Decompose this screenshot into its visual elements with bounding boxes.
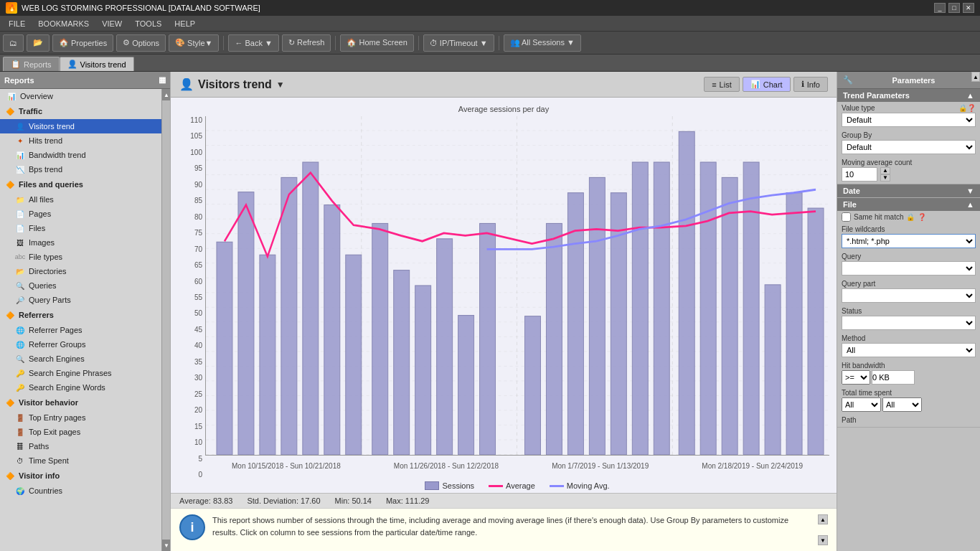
bar-3[interactable] (260, 255, 275, 455)
bar-2[interactable] (238, 192, 254, 455)
minimize-button[interactable]: _ (934, 3, 946, 13)
sidebar-item-hits-trend[interactable]: ✦ Hits trend (0, 133, 170, 148)
sidebar-item-overview[interactable]: 📊 Overview (0, 89, 170, 103)
bar-8[interactable] (372, 223, 388, 455)
bar-10[interactable] (415, 286, 431, 455)
menu-view[interactable]: VIEW (96, 18, 128, 29)
sidebar-item-bandwidth-trend[interactable]: 📊 Bandwidth trend (0, 148, 170, 162)
toolbar-new[interactable]: 🗂 (3, 34, 24, 52)
tab-visitors-trend[interactable]: 👤 Visitors trend (60, 57, 134, 71)
sidebar-item-file-types[interactable]: abc File types (0, 250, 170, 264)
bar-27[interactable] (808, 208, 824, 455)
close-button[interactable]: ✕ (963, 3, 974, 13)
menu-help[interactable]: HELP (169, 18, 201, 29)
bar-22[interactable] (700, 162, 716, 455)
sidebar-item-query-parts[interactable]: 🔎 Query Parts (0, 293, 170, 307)
bar-14[interactable] (524, 316, 540, 455)
sidebar-item-search-engine-words[interactable]: 🔑 Search Engine Words (0, 380, 170, 395)
sidebar-item-images[interactable]: 🖼 Images (0, 235, 170, 250)
bar-1[interactable] (217, 242, 232, 455)
sidebar-item-queries[interactable]: 🔍 Queries (0, 278, 170, 293)
bar-19[interactable] (632, 162, 648, 455)
chart-button[interactable]: 📊 Chart (743, 77, 791, 92)
params-date-collapse[interactable]: ▼ (966, 187, 974, 195)
scroll-up-btn[interactable]: ▲ (162, 89, 170, 100)
toolbar-refresh[interactable]: ↻ Refresh (282, 34, 331, 52)
params-file-collapse[interactable]: ▲ (966, 200, 974, 209)
toolbar-open[interactable]: 📂 (27, 34, 50, 52)
toolbar-sessions[interactable]: 👥 All Sessions ▼ (504, 34, 581, 52)
sidebar-item-files[interactable]: 📄 Files (0, 221, 170, 235)
restore-button[interactable]: □ (948, 3, 960, 13)
params-scrollbar[interactable]: ▲ (971, 72, 980, 82)
sidebar-scrollbar[interactable]: ▲ ▼ (161, 89, 170, 551)
bar-24[interactable] (743, 162, 759, 455)
file-wildcards-select[interactable]: *.html; *.php (842, 234, 976, 248)
moving-avg-input[interactable] (842, 167, 877, 182)
value-type-select[interactable]: Default (842, 113, 976, 127)
bar-12[interactable] (458, 316, 474, 455)
tab-reports[interactable]: 📋 Reports (3, 57, 60, 71)
status-select[interactable] (842, 316, 976, 330)
content-title-dropdown[interactable]: ▼ (276, 80, 285, 90)
sidebar-item-directories[interactable]: 📂 Directories (0, 264, 170, 278)
sidebar-item-referrer-groups[interactable]: 🌐 Referrer Groups (0, 337, 170, 352)
bar-7[interactable] (346, 255, 362, 455)
chart-plot-area[interactable] (205, 116, 829, 456)
sidebar-item-visitors-trend[interactable]: 👤 Visitors trend (0, 119, 170, 133)
bar-26[interactable] (786, 193, 802, 455)
menu-tools[interactable]: TOOLS (129, 18, 167, 29)
bar-18[interactable] (611, 193, 626, 455)
method-select[interactable]: All (842, 343, 976, 357)
bar-17[interactable] (589, 177, 605, 455)
info-scroll-up[interactable]: ▲ (818, 514, 828, 524)
toolbar-home[interactable]: 🏠 Home Screen (340, 34, 413, 52)
spinner-down[interactable]: ▼ (880, 174, 890, 182)
info-button[interactable]: ℹ Info (793, 77, 828, 92)
bar-21[interactable] (679, 131, 694, 455)
sidebar-content[interactable]: ▲ ▼ 📊 Overview 🔶 Traffic 👤 Visitors tren… (0, 89, 170, 551)
query-select[interactable] (842, 261, 976, 276)
bar-25[interactable] (765, 285, 781, 455)
toolbar-back[interactable]: ← Back ▼ (228, 34, 278, 52)
sidebar-item-top-entry-pages[interactable]: 🚪 Top Entry pages (0, 410, 170, 425)
same-hit-checkbox[interactable] (842, 212, 851, 222)
toolbar-properties[interactable]: 🏠 Properties (52, 34, 113, 52)
sidebar-item-search-engines[interactable]: 🔍 Search Engines (0, 352, 170, 366)
bar-9[interactable] (394, 270, 410, 455)
query-part-select[interactable] (842, 288, 976, 303)
bar-13[interactable] (480, 223, 496, 455)
scroll-down-btn[interactable]: ▼ (162, 540, 170, 551)
spinner-up[interactable]: ▲ (880, 167, 890, 174)
bar-23[interactable] (722, 177, 738, 455)
sidebar-item-top-exit-pages[interactable]: 🚪 Top Exit pages (0, 425, 170, 439)
sidebar-item-bps-trend[interactable]: 📉 Bps trend (0, 162, 170, 176)
menu-bookmarks[interactable]: BOOKMARKS (32, 18, 95, 29)
info-scroll-down[interactable]: ▼ (818, 535, 828, 545)
toolbar-style[interactable]: 🎨 Style▼ (169, 34, 219, 52)
bar-15[interactable] (546, 223, 562, 455)
sidebar-item-time-spent[interactable]: ⏱ Time Spent (0, 453, 170, 468)
bar-4[interactable] (281, 177, 297, 455)
total-time-select-1[interactable]: All (842, 397, 881, 412)
sidebar-item-pages[interactable]: 📄 Pages (0, 207, 170, 221)
hit-bandwidth-input[interactable] (872, 370, 915, 385)
list-button[interactable]: ≡ List (704, 77, 740, 92)
sidebar-item-paths[interactable]: 🛤 Paths (0, 439, 170, 453)
toolbar-options[interactable]: ⚙ Options (116, 34, 166, 52)
bar-20[interactable] (654, 162, 669, 455)
group-by-select[interactable]: Default (842, 140, 976, 154)
sidebar-item-countries[interactable]: 🌍 Countries (0, 484, 170, 498)
bar-6[interactable] (324, 205, 340, 455)
sidebar-item-referrer-pages[interactable]: 🌐 Referrer Pages (0, 323, 170, 337)
sidebar-item-search-engine-phrases[interactable]: 🔑 Search Engine Phrases (0, 366, 170, 380)
params-trend-collapse[interactable]: ▲ (966, 91, 974, 100)
params-scroll-up[interactable]: ▲ (971, 72, 980, 82)
toolbar-iptimeout[interactable]: ⏱ IP/Timeout ▼ (423, 34, 494, 52)
menu-file[interactable]: FILE (3, 18, 31, 29)
bar-5[interactable] (303, 162, 319, 455)
hit-bandwidth-op-select[interactable]: >= (842, 370, 870, 385)
total-time-select-2[interactable]: All (882, 397, 922, 412)
bar-11[interactable] (437, 239, 453, 455)
sidebar-item-all-files[interactable]: 📁 All files (0, 192, 170, 207)
